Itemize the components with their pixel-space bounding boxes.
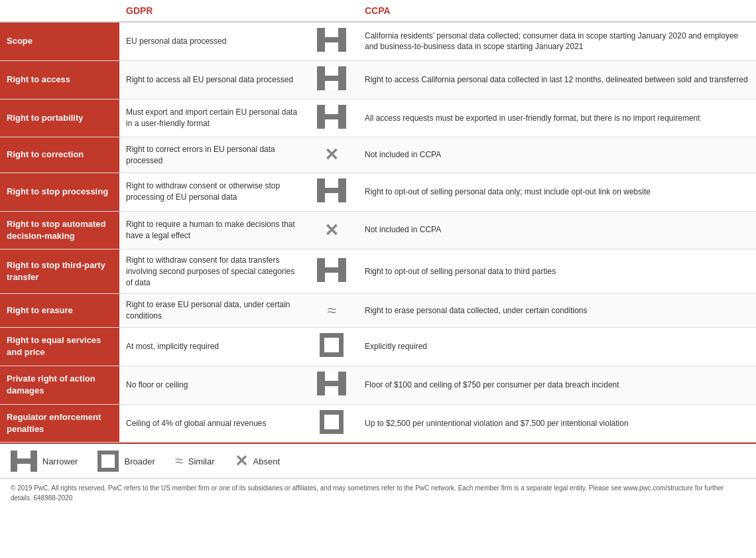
col-header-ccpa: CCPA <box>358 0 756 22</box>
row-icon-8 <box>305 327 358 366</box>
row-gdpr-9: No floor or ceiling <box>119 366 305 404</box>
row-icon-10 <box>305 404 358 443</box>
footer: © 2019 PwC. All rights reserved. PwC ref… <box>0 478 756 507</box>
svg-rect-5 <box>325 76 338 81</box>
legend-broader: Broader <box>97 451 155 472</box>
legend: Narrower Broader ≈ Similar ✕ Absent <box>0 443 756 478</box>
row-name-9: Private right of action damages <box>0 366 119 404</box>
row-gdpr-6: Right to withdraw consent for data trans… <box>119 249 305 293</box>
row-ccpa-5: Not included in CCPA <box>358 211 756 249</box>
row-ccpa-8: Explicitly required <box>358 327 756 366</box>
col-header-icon <box>305 0 358 22</box>
svg-rect-2 <box>325 37 338 42</box>
row-ccpa-1: Right to access California personal data… <box>358 60 756 99</box>
row-icon-6 <box>305 249 358 293</box>
row-gdpr-5: Right to require a human to make decisio… <box>119 211 305 249</box>
row-icon-3: ✕ <box>305 137 358 173</box>
row-name-1: Right to access <box>0 60 119 99</box>
row-gdpr-3: Right to correct errors in EU personal d… <box>119 137 305 173</box>
legend-absent: ✕ Absent <box>235 452 280 470</box>
row-ccpa-10: Up to $2,500 per unintentional violation… <box>358 404 756 443</box>
row-ccpa-4: Right to opt-out of selling personal dat… <box>358 173 756 211</box>
svg-rect-8 <box>325 114 338 119</box>
row-gdpr-0: EU personal data processed <box>119 22 305 60</box>
narrower-icon-legend <box>11 451 37 472</box>
row-icon-5: ✕ <box>305 211 358 249</box>
row-name-7: Right to erasure <box>0 294 119 328</box>
row-icon-4 <box>305 173 358 211</box>
row-icon-9 <box>305 366 358 404</box>
legend-absent-label: Absent <box>253 456 280 466</box>
row-name-5: Right to stop automated decision-making <box>0 211 119 249</box>
legend-similar-label: Similar <box>188 456 215 466</box>
legend-narrower: Narrower <box>11 451 78 472</box>
legend-broader-label: Broader <box>124 456 155 466</box>
svg-rect-26 <box>101 454 115 468</box>
svg-rect-11 <box>325 188 338 193</box>
row-ccpa-6: Right to opt-out of selling personal dat… <box>358 249 756 293</box>
row-name-6: Right to stop third-party transfer <box>0 249 119 293</box>
legend-similar: ≈ Similar <box>175 453 215 470</box>
row-name-8: Right to equal services and price <box>0 327 119 366</box>
row-ccpa-9: Floor of $100 and ceiling of $750 per co… <box>358 366 756 404</box>
row-name-0: Scope <box>0 22 119 60</box>
broader-icon-legend <box>97 451 119 472</box>
col-header-name <box>0 0 119 22</box>
row-name-4: Right to stop processing <box>0 173 119 211</box>
row-gdpr-2: Must export and import certain EU person… <box>119 99 305 137</box>
row-icon-1 <box>305 60 358 99</box>
comparison-table: GDPR CCPA ScopeEU personal data processe… <box>0 0 756 443</box>
svg-rect-24 <box>17 458 31 464</box>
row-gdpr-1: Right to access all EU personal data pro… <box>119 60 305 99</box>
row-icon-0 <box>305 22 358 60</box>
col-header-gdpr: GDPR <box>119 0 305 22</box>
row-ccpa-0: California residents' personal data coll… <box>358 22 756 60</box>
row-gdpr-10: Ceiling of 4% of global annual revenues <box>119 404 305 443</box>
svg-rect-21 <box>324 415 339 429</box>
row-gdpr-4: Right to withdraw consent or otherwise s… <box>119 173 305 211</box>
absent-icon-legend: ✕ <box>235 452 248 470</box>
legend-narrower-label: Narrower <box>42 456 78 466</box>
svg-rect-19 <box>325 381 338 386</box>
similar-icon-legend: ≈ <box>175 453 183 470</box>
row-icon-7: ≈ <box>305 294 358 328</box>
row-name-2: Right to portability <box>0 99 119 137</box>
row-name-3: Right to correction <box>0 137 119 173</box>
svg-rect-14 <box>325 267 338 273</box>
row-icon-2 <box>305 99 358 137</box>
row-gdpr-8: At most, implicitly required <box>119 327 305 366</box>
row-ccpa-2: All access requests must be exported in … <box>358 99 756 137</box>
row-name-10: Regulator enforcement penalties <box>0 404 119 443</box>
row-gdpr-7: Right to erase EU personal data, under c… <box>119 294 305 328</box>
row-ccpa-3: Not included in CCPA <box>358 137 756 173</box>
svg-rect-16 <box>324 338 339 352</box>
row-ccpa-7: Right to erase personal data collected, … <box>358 294 756 328</box>
